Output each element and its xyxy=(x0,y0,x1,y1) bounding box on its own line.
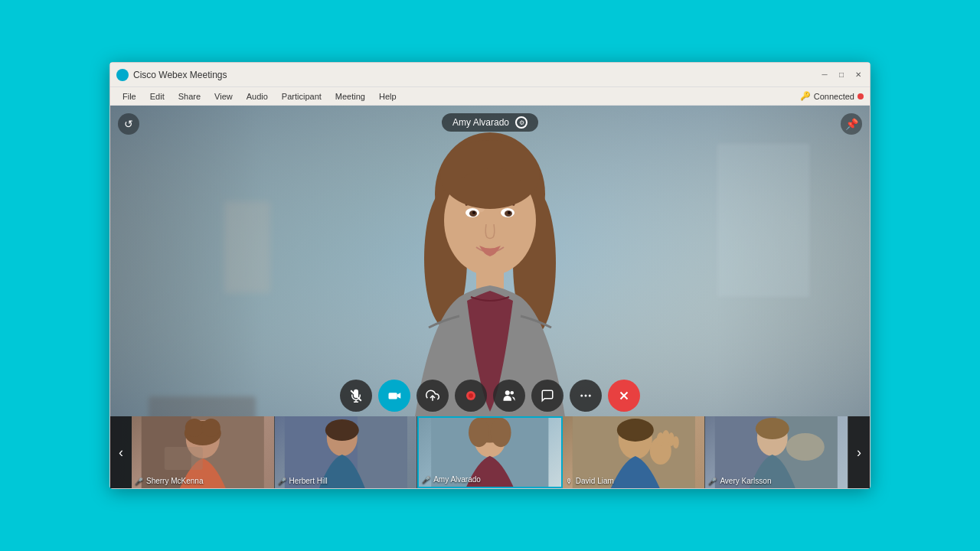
participants-list: 🎤 Sherry McKenna xyxy=(132,416,848,488)
svg-point-56 xyxy=(756,418,789,439)
menu-meeting[interactable]: Meeting xyxy=(329,90,371,103)
participant-name-amy: 🎤 Amy Alvarado xyxy=(422,475,481,484)
svg-point-9 xyxy=(472,211,475,214)
menu-participant[interactable]: Participant xyxy=(276,90,328,103)
connection-status: 🔑 Connected xyxy=(800,91,864,101)
svg-point-23 xyxy=(580,395,583,397)
window-controls: ─ □ ✕ xyxy=(819,70,864,80)
menu-view[interactable]: View xyxy=(208,90,239,103)
svg-rect-36 xyxy=(357,416,407,488)
maximize-button[interactable]: □ xyxy=(836,70,847,80)
svg-point-33 xyxy=(202,419,220,437)
main-video-area: Amy Alvarado ⚙ ↺ 📌 xyxy=(110,106,870,488)
more-button[interactable] xyxy=(570,380,602,412)
svg-point-21 xyxy=(505,390,510,395)
svg-point-10 xyxy=(508,211,511,214)
share-button[interactable] xyxy=(416,380,449,412)
participants-button[interactable] xyxy=(493,380,525,412)
control-bar xyxy=(340,380,640,412)
participant-strip: ‹ xyxy=(110,416,870,488)
refresh-icon[interactable]: ↺ xyxy=(118,113,139,135)
menu-edit[interactable]: Edit xyxy=(144,90,171,103)
menu-share[interactable]: Share xyxy=(172,90,207,103)
svg-rect-16 xyxy=(389,393,397,399)
pin-icon[interactable]: 📌 xyxy=(841,113,862,135)
mic-off-icon-avery: 🎤 xyxy=(708,478,717,485)
connected-dot xyxy=(858,93,864,99)
chat-button[interactable] xyxy=(531,380,564,412)
svg-point-52 xyxy=(673,436,679,448)
svg-marker-17 xyxy=(397,393,401,399)
close-button[interactable]: ✕ xyxy=(853,70,864,80)
strip-prev-button[interactable]: ‹ xyxy=(110,416,132,488)
participant-thumb-amy[interactable]: 🎤 Amy Alvarado xyxy=(417,416,563,488)
menu-file[interactable]: File xyxy=(116,90,142,103)
mic-off-icon-amy: 🎤 xyxy=(422,476,430,484)
mic-on-icon-david: 🎙 xyxy=(566,478,573,485)
svg-point-42 xyxy=(469,418,489,447)
svg-point-57 xyxy=(786,433,825,461)
menu-bar: File Edit Share View Audio Participant M… xyxy=(110,87,870,106)
svg-point-43 xyxy=(491,418,511,447)
mute-button[interactable] xyxy=(340,380,372,412)
participant-thumb-herbert[interactable]: 🎤 Herbert Hill xyxy=(275,416,418,488)
participant-thumb-david[interactable]: 🎙 David Liam xyxy=(563,416,706,488)
svg-point-22 xyxy=(511,391,514,395)
participant-name-avery: 🎤 Avery Karlsson xyxy=(708,477,771,485)
connected-label: Connected xyxy=(814,92,854,101)
record-button[interactable] xyxy=(455,380,487,412)
menu-audio[interactable]: Audio xyxy=(240,90,274,103)
svg-point-47 xyxy=(617,419,654,442)
participant-thumb-sherry[interactable]: 🎤 Sherry McKenna xyxy=(132,416,275,488)
window-title: Cisco Webex Meetings xyxy=(133,70,819,80)
app-window: Cisco Webex Meetings ─ □ ✕ File Edit Sha… xyxy=(109,62,871,489)
speaker-settings-icon[interactable]: ⚙ xyxy=(515,116,528,129)
participant-name-david: 🎙 David Liam xyxy=(566,477,614,485)
participant-name-herbert: 🎤 Herbert Hill xyxy=(278,477,328,485)
svg-point-25 xyxy=(589,395,591,397)
title-bar: Cisco Webex Meetings ─ □ ✕ xyxy=(110,63,870,87)
app-logo xyxy=(116,69,129,81)
minimize-button[interactable]: ─ xyxy=(819,70,830,80)
mic-off-icon-herbert: 🎤 xyxy=(278,478,286,485)
end-call-button[interactable] xyxy=(608,380,640,412)
svg-rect-34 xyxy=(165,447,203,470)
svg-point-38 xyxy=(325,419,358,441)
participant-name-sherry: 🎤 Sherry McKenna xyxy=(135,477,203,485)
speaker-label: Amy Alvarado ⚙ xyxy=(442,113,538,132)
participant-thumb-avery[interactable]: 🎤 Avery Karlsson xyxy=(705,416,848,488)
svg-point-32 xyxy=(185,419,204,437)
svg-point-20 xyxy=(469,393,473,398)
camera-button[interactable] xyxy=(378,380,410,412)
svg-point-24 xyxy=(585,395,587,397)
strip-next-button[interactable]: › xyxy=(848,416,870,488)
mic-off-icon-sherry: 🎤 xyxy=(135,478,143,485)
speaker-name: Amy Alvarado xyxy=(452,117,509,128)
key-icon: 🔑 xyxy=(800,91,811,101)
menu-help[interactable]: Help xyxy=(373,90,403,103)
